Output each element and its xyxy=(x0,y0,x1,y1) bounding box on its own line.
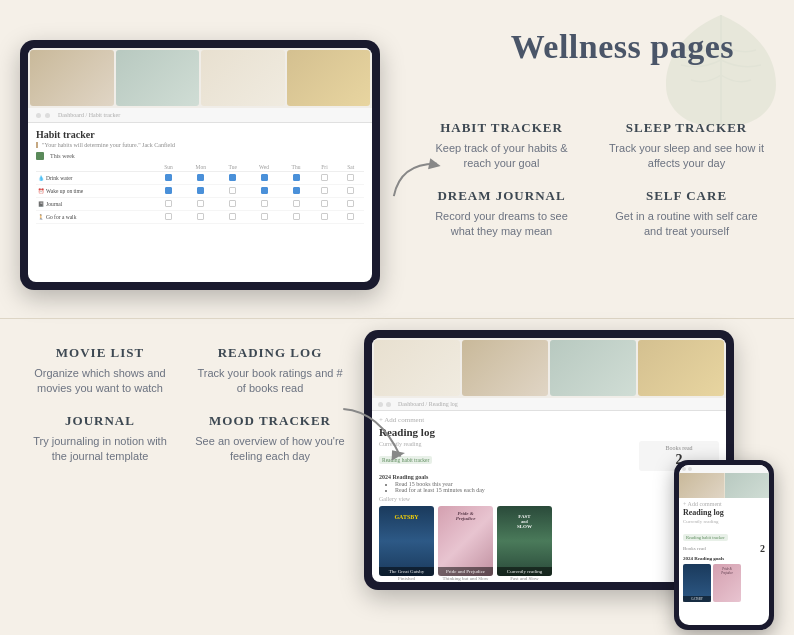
habit-name-1: ⏰Wake up on time xyxy=(36,185,154,198)
habit-check-0-5 xyxy=(311,172,337,185)
fast-status: Fast and Slow xyxy=(497,576,552,581)
feature-desc-self-care: Get in a routine with self care and trea… xyxy=(609,209,764,240)
phone-mockup: + Add comment Reading log Currently read… xyxy=(674,460,774,630)
currently-reading-col: Currently reading Reading habit tracker xyxy=(379,441,639,471)
reading-photos xyxy=(372,338,726,398)
photo-3 xyxy=(201,50,285,106)
photo-2 xyxy=(116,50,200,106)
gatsby-label: The Great Gatsby xyxy=(379,567,434,576)
col-habit xyxy=(36,163,154,172)
tablet-screen-1: Dashboard / Habit tracker Habit tracker … xyxy=(28,48,372,282)
currently-reading-label: Currently reading xyxy=(379,441,639,447)
breadcrumb-1: Dashboard / Habit tracker xyxy=(58,112,120,118)
habit-check-3-2 xyxy=(218,211,247,224)
rphoto-4 xyxy=(638,340,724,396)
horizontal-divider xyxy=(0,318,794,319)
feature-desc-habit-tracker: Keep track of your habits & reach your g… xyxy=(424,141,579,172)
feature-desc-reading-log: Track your book ratings and # of books r… xyxy=(195,366,345,397)
reading-row-1: Currently reading Reading habit tracker … xyxy=(379,441,719,471)
book-covers: GATSBY The Great Gatsby Finished ★★★★★ P… xyxy=(379,506,719,582)
habit-check-1-3 xyxy=(247,185,280,198)
col-wed: Wed xyxy=(247,163,280,172)
svg-marker-0 xyxy=(425,156,440,169)
breadcrumb-2: Dashboard / Reading log xyxy=(398,401,458,407)
col-mon: Mon xyxy=(184,163,218,172)
habit-check-2-6 xyxy=(338,198,364,211)
rphoto-3 xyxy=(550,340,636,396)
books-read-label: Books read xyxy=(665,445,692,451)
features-left-bottom: MOVIE LIST Organize which shows and movi… xyxy=(25,345,345,465)
feature-card-self-care: SELF CARE Get in a routine with self car… xyxy=(609,188,764,240)
rdot-1 xyxy=(378,402,383,407)
habit-name-2: 📓Journal xyxy=(36,198,154,211)
fast-label: Currently reading xyxy=(497,567,552,576)
photo-1 xyxy=(30,50,114,106)
habit-check-3-4 xyxy=(281,211,312,224)
habit-check-0-1 xyxy=(184,172,218,185)
habit-check-2-3 xyxy=(247,198,280,211)
habit-row-3: 🚶Go for a walk xyxy=(36,211,364,224)
tablet-content: Habit tracker "Your habits will determin… xyxy=(28,123,372,230)
col-sun: Sun xyxy=(154,163,184,172)
feature-card-mood-tracker: MOOD TRACKER See an overview of how you'… xyxy=(195,413,345,465)
rphoto-1 xyxy=(374,340,460,396)
tablet-header: Dashboard / Habit tracker xyxy=(28,108,372,123)
reading-content: + Add comment Reading log Currently read… xyxy=(372,411,726,582)
habit-check-3-5 xyxy=(311,211,337,224)
habit-check-3-1 xyxy=(184,211,218,224)
rdot-2 xyxy=(386,402,391,407)
pride-cover: Pride &Prejudice Pride and Prejudice xyxy=(438,506,493,576)
book-fast: FASTandSLOW Currently reading Fast and S… xyxy=(497,506,552,582)
habit-check-3-3 xyxy=(247,211,280,224)
feature-card-habit-tracker: HABIT TRACKER Keep track of your habits … xyxy=(424,120,579,172)
feature-title-sleep-tracker: SLEEP TRACKER xyxy=(609,120,764,136)
feature-desc-dream-journal: Record your dreams to see what they may … xyxy=(424,209,579,240)
feature-desc-movie-list: Organize which shows and movies you want… xyxy=(25,366,175,397)
habit-table: Sun Mon Tue Wed Thu Fri Sat 💧Drink water… xyxy=(36,163,364,224)
reading-goals: 2024 Reading goals Read 15 books this ye… xyxy=(379,474,719,493)
tablet-mockup-1: Dashboard / Habit tracker Habit tracker … xyxy=(20,40,380,290)
feature-title-journal: JOURNAL xyxy=(25,413,175,429)
leaf-decoration xyxy=(656,5,786,139)
habit-check-2-1 xyxy=(184,198,218,211)
feature-title-reading-log: READING LOG xyxy=(195,345,345,361)
habit-check-1-1 xyxy=(184,185,218,198)
gatsby-cover: GATSBY The Great Gatsby xyxy=(379,506,434,576)
feature-card-journal: JOURNAL Try journaling in notion with th… xyxy=(25,413,175,465)
gatsby-status: Finished xyxy=(379,576,434,581)
habit-row-0: 💧Drink water xyxy=(36,172,364,185)
habit-name-0: 💧Drink water xyxy=(36,172,154,185)
habit-check-2-2 xyxy=(218,198,247,211)
goals-list: Read 15 books this year Read for at leas… xyxy=(379,481,719,493)
habit-name-3: 🚶Go for a walk xyxy=(36,211,154,224)
habit-check-2-5 xyxy=(311,198,337,211)
habit-check-1-2 xyxy=(218,185,247,198)
pride-status: Thinking but and Slow xyxy=(438,576,493,581)
col-fri: Fri xyxy=(311,163,337,172)
tablet-photos xyxy=(28,48,372,108)
goal-2: Read for at least 15 minutes each day xyxy=(395,487,719,493)
feature-card-reading-log: READING LOG Track your book ratings and … xyxy=(195,345,345,397)
dot-2 xyxy=(45,113,50,118)
habit-check-0-0 xyxy=(154,172,184,185)
feature-desc-journal: Try journaling in notion with the journa… xyxy=(25,434,175,465)
feature-card-sleep-tracker: SLEEP TRACKER Track your sleep and see h… xyxy=(609,120,764,172)
reading-header: Dashboard / Reading log xyxy=(372,398,726,411)
habit-check-2-0 xyxy=(154,198,184,211)
habit-check-0-2 xyxy=(218,172,247,185)
add-comment: + Add comment xyxy=(379,416,719,424)
reading-log-title: Reading log xyxy=(379,426,719,438)
book-pride: Pride &Prejudice Pride and Prejudice Thi… xyxy=(438,506,493,582)
habit-check-1-5 xyxy=(311,185,337,198)
feature-title-mood-tracker: MOOD TRACKER xyxy=(195,413,345,429)
book-gatsby: GATSBY The Great Gatsby Finished ★★★★★ xyxy=(379,506,434,582)
col-sat: Sat xyxy=(338,163,364,172)
habit-week-label: This week xyxy=(36,152,364,160)
habit-row-1: ⏰Wake up on time xyxy=(36,185,364,198)
habit-check-0-3 xyxy=(247,172,280,185)
phone-screen: + Add comment Reading log Currently read… xyxy=(679,465,769,625)
habit-check-0-4 xyxy=(281,172,312,185)
habit-check-1-6 xyxy=(338,185,364,198)
tablet-screen-2: Dashboard / Reading log + Add comment Re… xyxy=(372,338,726,582)
pride-label: Pride and Prejudice xyxy=(438,567,493,576)
